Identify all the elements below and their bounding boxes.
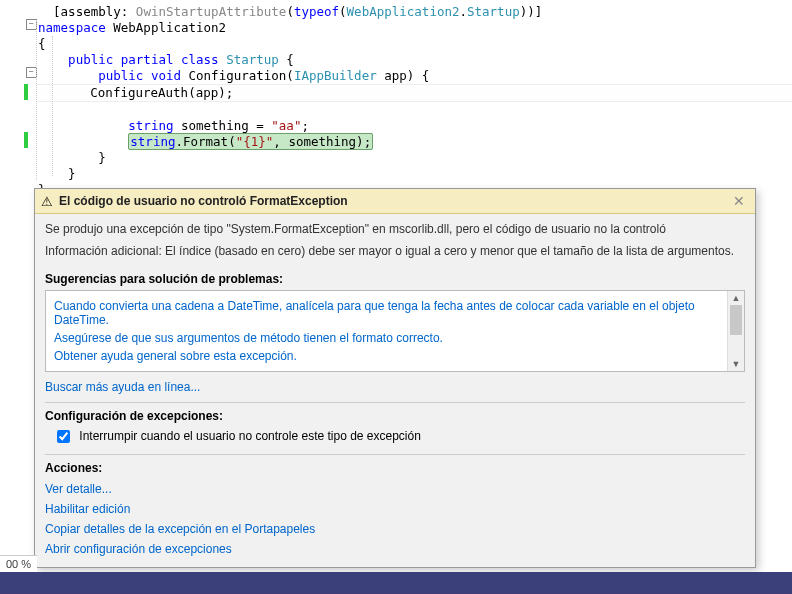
code-line[interactable]: public void Configuration(IAppBuilder ap… [38,68,792,84]
gutter: − − [0,0,36,190]
open-exception-settings-link[interactable]: Abrir configuración de excepciones [45,539,755,559]
break-on-unhandled-checkbox[interactable] [57,430,70,443]
zoom-level[interactable]: 00 % [0,555,37,572]
separator [45,454,745,455]
scroll-thumb[interactable] [730,305,742,335]
scrollbar[interactable]: ▲ ▼ [727,291,744,371]
code-line[interactable]: } [38,150,792,166]
change-marker [24,132,28,148]
code-line[interactable]: public partial class Startup { [38,52,792,68]
code-line[interactable]: { [38,36,792,52]
actions-header: Acciones: [45,461,745,475]
actions-list: Ver detalle... Habilitar edición Copiar … [35,479,755,559]
suggestion-link[interactable]: Asegúrese de que sus argumentos de métod… [54,329,736,347]
scroll-down-icon[interactable]: ▼ [728,357,744,371]
code-line[interactable]: [assembly: OwinStartupAttribute(typeof(W… [38,4,792,20]
panel-additional-info: Información adicional: El índice (basado… [35,244,755,266]
suggestion-link[interactable]: Cuando convierta una cadena a DateTime, … [54,297,736,329]
change-marker [24,84,28,100]
suggestions-header: Sugerencias para solución de problemas: [45,272,745,286]
enable-editing-link[interactable]: Habilitar edición [45,499,755,519]
break-checkbox-label: Interrumpir cuando el usuario no control… [79,429,421,443]
break-checkbox-row: Interrumpir cuando el usuario no control… [53,427,745,446]
suggestions-box: Cuando convierta una cadena a DateTime, … [45,290,745,372]
panel-message: Se produjo una excepción de tipo "System… [35,214,755,244]
code-exception-line[interactable]: string.Format("{1}", something); [38,134,792,150]
view-detail-link[interactable]: Ver detalle... [45,479,755,499]
separator [45,402,745,403]
search-online-link[interactable]: Buscar más ayuda en línea... [45,378,755,396]
code-line[interactable]: namespace WebApplication2 [38,20,792,36]
scroll-up-icon[interactable]: ▲ [728,291,744,305]
code-current-line[interactable]: ConfigureAuth(app); [0,84,792,102]
outline-guide [36,20,38,180]
exception-settings-header: Configuración de excepciones: [45,409,745,423]
code-line[interactable]: string something = "aa"; [38,118,792,134]
warning-icon: ⚠ [41,194,53,209]
code-line[interactable]: } [38,166,792,182]
status-bar [0,572,792,594]
copy-details-link[interactable]: Copiar detalles de la excepción en el Po… [45,519,755,539]
close-icon[interactable]: ✕ [729,193,749,209]
code-line[interactable] [38,102,792,118]
panel-title: El código de usuario no controló FormatE… [59,194,729,208]
panel-header[interactable]: ⚠ El código de usuario no controló Forma… [35,189,755,214]
exception-helper-panel: ⚠ El código de usuario no controló Forma… [34,188,756,568]
suggestion-link[interactable]: Obtener ayuda general sobre esta excepci… [54,347,736,365]
code-editor[interactable]: − − [assembly: OwinStartupAttribute(type… [0,0,792,198]
outline-guide [52,36,54,176]
